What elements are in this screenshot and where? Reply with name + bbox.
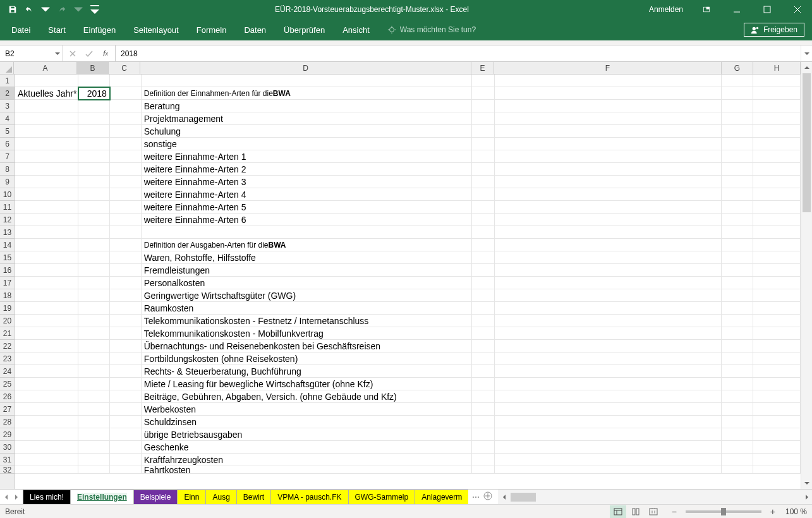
scroll-down-button[interactable]	[801, 478, 812, 489]
cell-G30[interactable]	[722, 441, 753, 454]
cell-B18[interactable]	[78, 289, 110, 302]
cell-H12[interactable]	[753, 214, 801, 226]
cell-F10[interactable]	[495, 188, 722, 201]
cell-B24[interactable]	[78, 365, 110, 378]
scroll-up-button[interactable]	[801, 62, 812, 73]
cell-F4[interactable]	[495, 112, 722, 125]
cell-G2[interactable]	[722, 87, 753, 100]
cell-C5[interactable]	[110, 125, 142, 138]
cell-D6[interactable]: sonstige	[142, 138, 472, 150]
cell-F18[interactable]	[495, 289, 722, 302]
sheet-nav-next[interactable]	[14, 493, 19, 502]
cell-D7[interactable]: weitere Einnahme-Arten 1	[142, 150, 472, 163]
row-header-9[interactable]: 9	[0, 176, 15, 188]
cell-G31[interactable]	[722, 454, 753, 466]
cell-F28[interactable]	[495, 416, 722, 428]
cell-E22[interactable]	[472, 340, 495, 352]
cell-E11[interactable]	[472, 201, 495, 214]
cell-B5[interactable]	[78, 125, 110, 138]
cell-D20[interactable]: Telekommunikationskosten - Festnetz / In…	[142, 315, 472, 327]
tab-einfügen[interactable]: Einfügen	[75, 20, 124, 40]
cell-F3[interactable]	[495, 100, 722, 112]
horizontal-scrollbar[interactable]	[499, 490, 812, 504]
cell-E8[interactable]	[472, 163, 495, 176]
cell-D10[interactable]: weitere Einnahme-Arten 4	[142, 188, 472, 201]
cell-A26[interactable]	[15, 390, 78, 403]
cell-H30[interactable]	[753, 441, 801, 454]
cell-H21[interactable]	[753, 327, 801, 340]
cell-H28[interactable]	[753, 416, 801, 428]
cell-B4[interactable]	[78, 112, 110, 125]
cell-D23[interactable]: Fortbildungskosten (ohne Reisekosten)	[142, 352, 472, 365]
cell-B2[interactable]: 2018	[78, 87, 110, 100]
cell-D25[interactable]: Miete / Leasing für bewegliche Wirtschaf…	[142, 378, 472, 390]
cell-A31[interactable]	[15, 454, 78, 466]
zoom-in-button[interactable]: +	[768, 507, 778, 517]
row-header-30[interactable]: 30	[0, 441, 15, 454]
sheet-tab-lies-mich-[interactable]: Lies mich!	[23, 490, 71, 504]
cell-C2[interactable]	[110, 87, 142, 100]
cell-H5[interactable]	[753, 125, 801, 138]
cell-H7[interactable]	[753, 150, 801, 163]
cell-B10[interactable]	[78, 188, 110, 201]
cell-A27[interactable]	[15, 403, 78, 416]
cell-B20[interactable]	[78, 315, 110, 327]
cell-C12[interactable]	[110, 214, 142, 226]
cell-A14[interactable]	[15, 239, 78, 251]
cell-A13[interactable]	[15, 226, 78, 239]
cell-C21[interactable]	[110, 327, 142, 340]
cell-G11[interactable]	[722, 201, 753, 214]
cell-F8[interactable]	[495, 163, 722, 176]
cell-B7[interactable]	[78, 150, 110, 163]
cell-B8[interactable]	[78, 163, 110, 176]
cell-G25[interactable]	[722, 378, 753, 390]
row-header-20[interactable]: 20	[0, 315, 15, 327]
cell-C14[interactable]	[110, 239, 142, 251]
cell-F2[interactable]	[495, 87, 722, 100]
cell-H32[interactable]	[753, 466, 801, 474]
cell-G21[interactable]	[722, 327, 753, 340]
cell-H23[interactable]	[753, 352, 801, 365]
cell-C9[interactable]	[110, 176, 142, 188]
cell-H17[interactable]	[753, 277, 801, 289]
cell-E5[interactable]	[472, 125, 495, 138]
sheet-tab-bewirt[interactable]: Bewirt	[236, 490, 271, 504]
cell-H22[interactable]	[753, 340, 801, 352]
cell-G17[interactable]	[722, 277, 753, 289]
cell-C16[interactable]	[110, 264, 142, 277]
cell-A15[interactable]	[15, 251, 78, 264]
tab-überprüfen[interactable]: Überprüfen	[275, 20, 334, 40]
expand-formula-bar[interactable]	[801, 45, 812, 61]
cell-B16[interactable]	[78, 264, 110, 277]
cell-grid[interactable]: Aktuelles Jahr*2018Definition der Einnah…	[15, 75, 801, 489]
cell-B32[interactable]	[78, 466, 110, 474]
cell-D11[interactable]: weitere Einnahme-Arten 5	[142, 201, 472, 214]
cell-G26[interactable]	[722, 390, 753, 403]
cell-H1[interactable]	[753, 75, 801, 87]
row-header-27[interactable]: 27	[0, 403, 15, 416]
cell-E19[interactable]	[472, 302, 495, 315]
col-header-E[interactable]: E	[471, 62, 494, 74]
cell-F16[interactable]	[495, 264, 722, 277]
row-header-1[interactable]: 1	[0, 75, 15, 87]
row-header-10[interactable]: 10	[0, 188, 15, 201]
cell-C1[interactable]	[110, 75, 142, 87]
cell-B31[interactable]	[78, 454, 110, 466]
cell-D15[interactable]: Waren, Rohstoffe, Hilfsstoffe	[142, 251, 472, 264]
cell-B12[interactable]	[78, 214, 110, 226]
cell-D32[interactable]: Fahrtkosten	[142, 466, 472, 474]
cell-A25[interactable]	[15, 378, 78, 390]
cell-A23[interactable]	[15, 352, 78, 365]
cell-H8[interactable]	[753, 163, 801, 176]
new-sheet-button[interactable]	[483, 491, 492, 502]
col-header-C[interactable]: C	[109, 62, 140, 74]
cell-E26[interactable]	[472, 390, 495, 403]
row-header-5[interactable]: 5	[0, 125, 15, 138]
cell-F9[interactable]	[495, 176, 722, 188]
row-header-6[interactable]: 6	[0, 138, 15, 150]
cell-C20[interactable]	[110, 315, 142, 327]
cell-H24[interactable]	[753, 365, 801, 378]
cell-B9[interactable]	[78, 176, 110, 188]
cell-D16[interactable]: Fremdleistungen	[142, 264, 472, 277]
cell-G29[interactable]	[722, 428, 753, 441]
